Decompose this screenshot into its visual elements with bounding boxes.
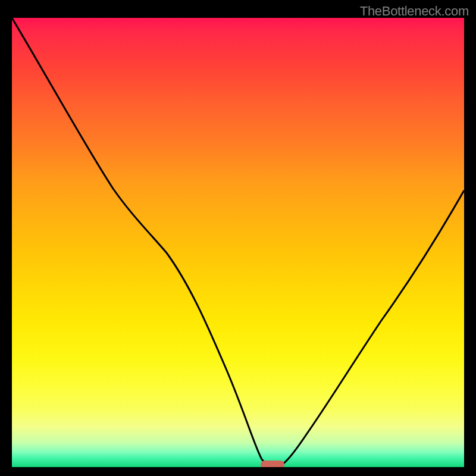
- chart-plot-area: [12, 18, 464, 467]
- optimal-point-marker: [261, 461, 284, 467]
- chart-curve-layer: [12, 18, 464, 467]
- watermark-text: TheBottleneck.com: [360, 4, 469, 19]
- bottleneck-curve: [12, 18, 464, 465]
